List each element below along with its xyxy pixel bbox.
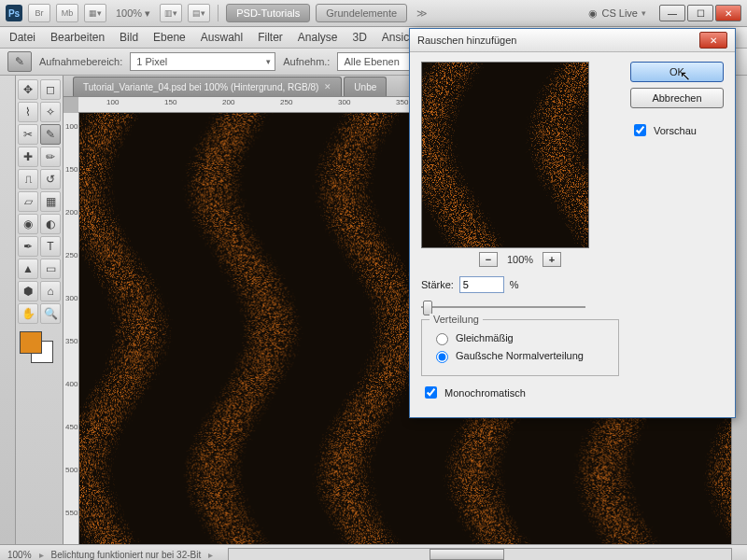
status-bar: 100% ▸ Belichtung funktioniert nur bei 3… — [0, 544, 747, 560]
dialog-titlebar[interactable]: Rauschen hinzufügen ✕ — [410, 29, 735, 52]
workspace-more[interactable]: ≫ — [416, 7, 428, 20]
menu-3d[interactable]: 3D — [353, 31, 367, 44]
menu-bearbeiten[interactable]: Bearbeiten — [50, 31, 105, 44]
ruler-vertical[interactable]: 100 150 200 250 300 350 400 450 500 550 — [63, 113, 79, 544]
cs-live-icon: ◉ — [588, 7, 598, 20]
healing-tool[interactable]: ✚ — [18, 147, 38, 167]
status-zoom[interactable]: 100% — [7, 550, 32, 560]
distribution-group: Verteilung Gleichmäßig Gaußsche Normalve… — [421, 319, 619, 376]
window-close-button[interactable]: ✕ — [715, 5, 741, 21]
horizontal-scrollbar[interactable] — [228, 548, 732, 560]
menu-analyse[interactable]: Analyse — [298, 31, 338, 44]
monochromatic-checkbox[interactable]: Monochromatisch — [421, 384, 619, 401]
workspace-tab-grundelemente[interactable]: Grundelemente — [316, 4, 407, 22]
dialog-close-button[interactable]: ✕ — [699, 32, 727, 49]
minibridge-button[interactable]: Mb — [56, 4, 78, 22]
strength-slider[interactable] — [421, 297, 585, 312]
menu-filter[interactable]: Filter — [258, 31, 283, 44]
screen-mode-button[interactable]: ▦▾ — [84, 4, 106, 22]
crop-tool[interactable]: ✂ — [18, 124, 38, 145]
3d-tool[interactable]: ⬢ — [18, 281, 38, 301]
zoom-out-button[interactable]: − — [479, 252, 498, 267]
app-titlebar: Ps Br Mb ▦▾ 100% ▾ ▥▾ ▤▾ PSD-Tutorials G… — [0, 0, 747, 27]
move-tool[interactable]: ✥ — [18, 79, 38, 100]
dodge-tool[interactable]: ◐ — [40, 214, 61, 234]
eyedropper-tool[interactable]: ✎ — [40, 124, 61, 145]
document-tab-2[interactable]: Unbe — [344, 77, 387, 96]
document-tab-1[interactable]: Tutorial_Variante_04.psd bei 100% (Hinte… — [73, 77, 342, 96]
hand-tool[interactable]: ✋ — [18, 303, 38, 324]
pen-tool[interactable]: ✒ — [18, 236, 38, 257]
percent-label: % — [510, 279, 519, 290]
cs-live-dropdown-icon[interactable]: ▾ — [641, 8, 646, 18]
document-tab-2-label: Unbe — [354, 82, 376, 92]
marquee-tool[interactable]: ◻ — [40, 79, 61, 100]
scrollbar-thumb[interactable] — [430, 549, 504, 560]
dialog-title-text: Rauschen hinzufügen — [417, 35, 516, 46]
cs-live-label[interactable]: CS Live — [601, 7, 638, 19]
close-icon[interactable]: ✕ — [324, 82, 331, 91]
bridge-button[interactable]: Br — [28, 4, 50, 22]
type-tool[interactable]: T — [40, 236, 61, 257]
brush-tool[interactable]: ✏ — [40, 147, 61, 167]
menu-auswahl[interactable]: Auswahl — [201, 31, 243, 44]
window-minimize-button[interactable]: — — [659, 5, 685, 21]
lasso-tool[interactable]: ⌇ — [18, 102, 38, 122]
workspace-tab-psd-tutorials[interactable]: PSD-Tutorials — [226, 4, 310, 22]
shape-tool[interactable]: ▭ — [40, 259, 61, 279]
window-maximize-button[interactable]: ☐ — [687, 5, 713, 21]
dist-uniform-radio[interactable]: Gleichmäßig — [431, 330, 609, 345]
menu-ebene[interactable]: Ebene — [153, 31, 186, 44]
zoom-in-button[interactable]: + — [543, 252, 561, 267]
color-swatches[interactable] — [18, 331, 55, 365]
preview-zoom-label: 100% — [507, 254, 533, 265]
add-noise-dialog: Rauschen hinzufügen ✕ − 100% + Stärke: %… — [409, 28, 736, 418]
view-extras-button[interactable]: ▤▾ — [188, 4, 210, 22]
eraser-tool[interactable]: ▱ — [18, 191, 38, 212]
history-brush-tool[interactable]: ↺ — [40, 169, 61, 189]
ps-logo-icon: Ps — [6, 5, 22, 21]
menu-datei[interactable]: Datei — [9, 31, 35, 44]
aufnehmen-label: Aufnehm.: — [283, 56, 330, 67]
dist-gaussian-radio[interactable]: Gaußsche Normalverteilung — [431, 348, 609, 363]
document-tab-1-label: Tutorial_Variante_04.psd bei 100% (Hinte… — [83, 82, 318, 92]
preview-checkbox[interactable]: Vorschau — [630, 121, 724, 139]
gradient-tool[interactable]: ▦ — [40, 191, 61, 212]
foreground-color-swatch[interactable] — [20, 331, 42, 354]
distribution-legend: Verteilung — [430, 314, 483, 325]
cancel-button[interactable]: Abbrechen — [630, 88, 724, 108]
3d-camera-tool[interactable]: ⌂ — [40, 281, 61, 301]
strength-input[interactable] — [459, 276, 504, 293]
aufnahmebereich-dropdown[interactable]: 1 Pixel — [130, 52, 275, 71]
menu-bild[interactable]: Bild — [120, 31, 138, 44]
magic-wand-tool[interactable]: ✧ — [40, 102, 61, 122]
path-select-tool[interactable]: ▲ — [18, 259, 38, 279]
zoom-level[interactable]: 100% ▾ — [116, 7, 150, 20]
aufnahmebereich-label: Aufnahmebereich: — [39, 56, 122, 67]
ok-button[interactable]: OK ↖ — [630, 62, 724, 82]
zoom-tool[interactable]: 🔍 — [40, 303, 61, 324]
tools-panel: ✥ ◻ ⌇ ✧ ✂ ✎ ✚ ✏ ⎍ ↺ ▱ ▦ ◉ ◐ ✒ T ▲ ▭ ⬢ ⌂ … — [16, 76, 63, 544]
arrange-button[interactable]: ▥▾ — [160, 4, 182, 22]
left-dock-strip[interactable] — [0, 76, 16, 544]
noise-preview[interactable] — [421, 62, 589, 248]
stamp-tool[interactable]: ⎍ — [18, 169, 38, 189]
blur-tool[interactable]: ◉ — [18, 214, 38, 234]
strength-label: Stärke: — [421, 279, 454, 290]
current-tool-eyedropper-icon[interactable]: ✎ — [7, 51, 32, 72]
status-message: Belichtung funktioniert nur bei 32-Bit — [51, 550, 202, 560]
